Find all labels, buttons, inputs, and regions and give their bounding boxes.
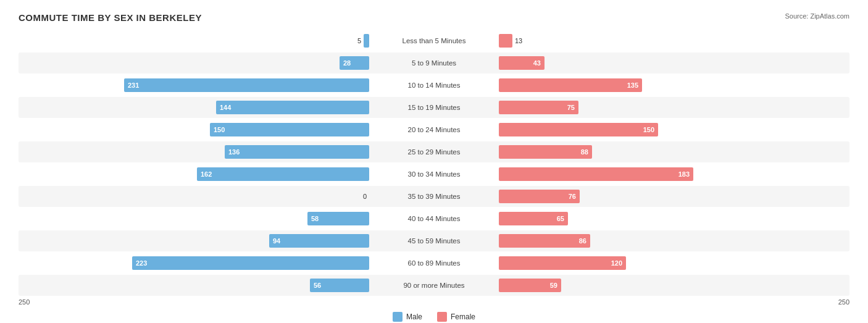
axis-labels: 250 250 xyxy=(19,298,849,306)
male-value: 231 xyxy=(128,82,139,89)
bar-row: 5Less than 5 Minutes13 xyxy=(19,30,849,51)
right-side: 13 xyxy=(434,34,849,48)
female-swatch xyxy=(437,312,447,322)
right-side: 76 xyxy=(434,190,849,203)
bar-row: 5840 to 44 Minutes65 xyxy=(19,208,849,229)
female-bar: 75 xyxy=(499,101,578,114)
row-label: 5 to 9 Minutes xyxy=(372,59,496,67)
chart-source: Source: ZipAtlas.com xyxy=(785,12,849,20)
male-bar: 28 xyxy=(340,56,369,70)
female-bar: 120 xyxy=(499,256,626,270)
male-value: 94 xyxy=(273,237,280,245)
male-bar: 56 xyxy=(310,279,369,292)
axis-left: 250 xyxy=(19,298,30,306)
right-side: 88 xyxy=(434,145,849,159)
male-value: 0 xyxy=(354,193,367,200)
row-label: Less than 5 Minutes xyxy=(372,37,496,44)
male-bar: 136 xyxy=(225,145,369,159)
female-value: 13 xyxy=(515,37,527,44)
chart-container: COMMUTE TIME BY SEX IN BERKELEY Source: … xyxy=(19,12,849,322)
male-label: Male xyxy=(406,313,422,321)
male-value: 144 xyxy=(220,104,231,111)
male-value: 5 xyxy=(349,37,361,44)
female-value: 65 xyxy=(557,215,564,222)
bar-row: 285 to 9 Minutes43 xyxy=(19,52,849,73)
chart-header: COMMUTE TIME BY SEX IN BERKELEY Source: … xyxy=(19,12,849,23)
female-bar: 76 xyxy=(499,190,580,203)
bars-area: 5Less than 5 Minutes13285 to 9 Minutes43… xyxy=(19,30,849,296)
row-label: 45 to 59 Minutes xyxy=(372,237,496,245)
row-label: 15 to 19 Minutes xyxy=(372,104,496,111)
bar-row: 23110 to 14 Minutes135 xyxy=(19,75,849,96)
row-label: 25 to 29 Minutes xyxy=(372,148,496,156)
male-bar: 150 xyxy=(210,123,369,136)
male-value: 58 xyxy=(311,215,319,222)
female-bar: 65 xyxy=(499,212,568,225)
female-value: 150 xyxy=(643,126,654,133)
female-bar: 43 xyxy=(499,56,545,70)
row-label: 35 to 39 Minutes xyxy=(372,193,496,200)
male-value: 28 xyxy=(343,59,351,67)
male-bar: 223 xyxy=(132,256,369,270)
legend-male: Male xyxy=(393,312,422,322)
bar-row: 035 to 39 Minutes76 xyxy=(19,186,849,207)
right-side: 120 xyxy=(434,256,849,270)
male-bar: 94 xyxy=(269,234,369,248)
axis-right: 250 xyxy=(838,298,849,306)
female-value: 59 xyxy=(550,282,557,289)
female-bar: 150 xyxy=(499,123,658,136)
bar-row: 13625 to 29 Minutes88 xyxy=(19,141,849,162)
male-bar: 58 xyxy=(307,212,369,225)
row-label: 20 to 24 Minutes xyxy=(372,126,496,133)
right-side: 135 xyxy=(434,78,849,92)
right-side: 75 xyxy=(434,101,849,114)
right-side: 43 xyxy=(434,56,849,70)
male-value: 150 xyxy=(214,126,225,133)
right-side: 65 xyxy=(434,212,849,225)
male-bar: 162 xyxy=(197,167,369,181)
bar-row: 22360 to 89 Minutes120 xyxy=(19,253,849,274)
female-value: 75 xyxy=(567,104,575,111)
female-value: 135 xyxy=(627,82,638,89)
female-value: 120 xyxy=(611,259,622,267)
bar-row: 14415 to 19 Minutes75 xyxy=(19,97,849,118)
bar-row: 5690 or more Minutes59 xyxy=(19,275,849,296)
chart-title: COMMUTE TIME BY SEX IN BERKELEY xyxy=(19,12,202,23)
male-bar: 231 xyxy=(124,78,369,92)
female-value: 86 xyxy=(579,237,586,245)
right-side: 183 xyxy=(434,167,849,181)
female-label: Female xyxy=(451,313,475,321)
female-bar xyxy=(499,34,512,48)
male-value: 162 xyxy=(201,170,212,178)
female-bar: 88 xyxy=(499,145,592,159)
bar-row: 9445 to 59 Minutes86 xyxy=(19,230,849,251)
row-label: 60 to 89 Minutes xyxy=(372,259,496,267)
female-value: 76 xyxy=(569,193,576,200)
male-bar xyxy=(364,34,369,48)
female-value: 43 xyxy=(533,59,541,67)
female-value: 183 xyxy=(678,170,690,178)
female-value: 88 xyxy=(581,148,588,156)
right-side: 150 xyxy=(434,123,849,136)
row-label: 10 to 14 Minutes xyxy=(372,82,496,89)
male-value: 56 xyxy=(314,282,321,289)
male-bar: 144 xyxy=(216,101,369,114)
male-value: 136 xyxy=(228,148,240,156)
row-label: 40 to 44 Minutes xyxy=(372,215,496,222)
legend: Male Female xyxy=(19,312,849,322)
male-swatch xyxy=(393,312,403,322)
right-side: 59 xyxy=(434,279,849,292)
row-label: 90 or more Minutes xyxy=(372,282,496,289)
female-bar: 86 xyxy=(499,234,590,248)
male-value: 223 xyxy=(136,259,147,267)
bar-row: 16230 to 34 Minutes183 xyxy=(19,164,849,185)
legend-female: Female xyxy=(437,312,475,322)
female-bar: 135 xyxy=(499,78,642,92)
right-side: 86 xyxy=(434,234,849,248)
female-bar: 183 xyxy=(499,167,693,181)
bar-row: 15020 to 24 Minutes150 xyxy=(19,119,849,140)
female-bar: 59 xyxy=(499,279,561,292)
row-label: 30 to 34 Minutes xyxy=(372,170,496,178)
